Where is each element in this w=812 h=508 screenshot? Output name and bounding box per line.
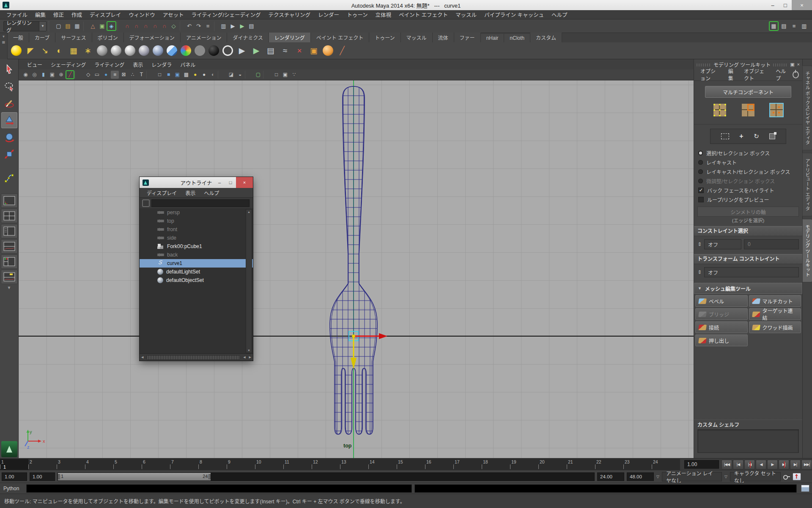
gate-mask[interactable]: ■ — [111, 71, 119, 79]
show-batch-render[interactable]: ▣ — [307, 44, 320, 57]
safe-title[interactable]: T — [137, 71, 145, 79]
range-track[interactable]: 1 24 — [58, 472, 595, 481]
timeline-frame[interactable]: 10 — [255, 459, 283, 470]
close-button[interactable]: × — [792, 0, 812, 10]
shelf-tab[interactable]: 一般 — [8, 33, 29, 42]
sidebar-modeling-toolkit-toggle[interactable]: ▦ — [769, 22, 778, 30]
drag-handle[interactable] — [773, 64, 787, 66]
shelf-tab[interactable]: nHair — [481, 34, 505, 42]
timeline-frame[interactable]: 3 — [57, 459, 85, 470]
instance-display[interactable]: ▣ — [281, 71, 289, 79]
shelf-tab[interactable]: ポリゴン — [92, 33, 124, 42]
timeline-frame[interactable]: 13 — [340, 459, 368, 470]
shaded-display[interactable]: ■ — [165, 71, 173, 79]
playback-start-field[interactable]: 1.00 — [30, 472, 55, 481]
command-language-label[interactable]: Python — [3, 486, 24, 491]
step-forward-frame-button[interactable]: ▶| — [779, 460, 789, 469]
minimize-button[interactable]: – — [766, 0, 779, 10]
sidebar-vertical-tab[interactable]: チャネル ボックス/レイヤ エディタ — [802, 66, 812, 150]
outliner-item[interactable]: Fork00:pCube1 — [140, 242, 253, 251]
snap-to-view-plane-button[interactable]: ∩ — [160, 22, 169, 30]
separator[interactable] — [146, 71, 155, 79]
transform-constraint-header[interactable]: トランスフォーム コンストレイント — [694, 254, 802, 264]
lasso-tool[interactable] — [1, 78, 17, 94]
paint-select-tool[interactable] — [1, 95, 17, 111]
scrollbar-thumb[interactable] — [147, 355, 240, 360]
snap-to-grid-button[interactable]: ∩ — [123, 22, 132, 30]
outliner-search-input[interactable] — [151, 199, 250, 207]
timeline-frame[interactable]: 7 — [170, 459, 198, 470]
play-backwards-button[interactable]: ◀ — [756, 460, 766, 469]
layout-persp-outliner-graph-button[interactable] — [1, 270, 18, 284]
anisotropic-material[interactable] — [153, 45, 163, 56]
shelf-tab[interactable]: nCloth — [504, 34, 530, 42]
use-all-lights[interactable]: ● — [191, 71, 199, 79]
input-connections-button[interactable]: ↶ — [185, 22, 194, 30]
timeline-frame[interactable]: 9 — [227, 459, 255, 470]
panel-menu-item[interactable]: ライティング — [90, 60, 129, 69]
phong-e-material[interactable] — [139, 45, 149, 56]
checkbox-icon[interactable] — [698, 197, 704, 202]
wireframe-on-shaded[interactable]: ▣ — [173, 71, 181, 79]
menu-item[interactable]: 立体視 — [372, 9, 395, 20]
default-lighting[interactable]: ● — [200, 71, 208, 79]
panel-menu-item[interactable]: ビュー — [23, 60, 47, 69]
separator[interactable] — [245, 71, 253, 79]
timeline-frame[interactable]: 23 — [623, 459, 652, 470]
menu-item[interactable]: 作成 — [68, 9, 86, 20]
outliner-close-button[interactable]: × — [236, 177, 253, 188]
paint-effects-brush[interactable]: ╱ — [336, 44, 348, 57]
toolkit-checkbox-option[interactable]: ループ/リングをプレビュー — [694, 195, 802, 204]
select-by-hierarchy-button[interactable]: △ — [88, 22, 97, 30]
lambert-material[interactable] — [97, 45, 107, 56]
outliner-item[interactable]: defaultLightSet — [140, 268, 253, 276]
select-camera[interactable]: ◉ — [22, 71, 30, 79]
timeline-frame[interactable]: 24 — [652, 459, 680, 470]
command-input[interactable] — [26, 484, 412, 493]
select-by-component-button[interactable]: ◈ — [107, 22, 116, 30]
timeline-frame[interactable]: 20 — [538, 459, 567, 470]
menu-item[interactable]: ディスプレイ — [86, 9, 125, 20]
textured-display[interactable]: ▩ — [182, 71, 190, 79]
bookmarks[interactable]: ▮ — [39, 71, 47, 79]
outliner-menu-item[interactable]: 表示 — [181, 188, 199, 197]
menu-item[interactable]: ヘルプ — [548, 9, 571, 20]
radio-icon[interactable] — [698, 160, 703, 165]
new-scene-button[interactable]: ▢ — [54, 22, 63, 30]
animation-layer-selector[interactable]: アニメーション レイヤなし — [662, 472, 722, 481]
ipr-render[interactable]: ▶ — [250, 44, 263, 57]
select-by-object-button[interactable]: ▣ — [98, 22, 107, 30]
panel-menu-item[interactable]: シェーディング — [47, 60, 90, 69]
wireframe-display[interactable]: □ — [156, 71, 164, 79]
separator[interactable] — [118, 21, 121, 31]
outliner-window[interactable]: アウトライナ – □ × ディスプレイ表示ヘルプ persp top — [140, 177, 253, 361]
scene-assembly[interactable]: □ — [272, 71, 280, 79]
camera-attributes[interactable]: ◎ — [30, 71, 38, 79]
timeline-frame[interactable]: 18 — [482, 459, 510, 470]
layout-hypershade-persp-button[interactable] — [1, 254, 18, 269]
checkbox-icon[interactable]: ✓ — [698, 188, 704, 193]
marquee-select-icon[interactable] — [721, 133, 729, 139]
isolate-select[interactable]: ◇ — [84, 71, 92, 79]
open-render-view-button[interactable]: ▥ — [219, 22, 228, 30]
vertex-mode-icon[interactable] — [713, 104, 726, 116]
shelf-tab[interactable]: ダイナミクス — [227, 33, 269, 42]
batch-render[interactable]: ≈ — [279, 44, 291, 57]
last-tool-curve[interactable] — [1, 170, 17, 186]
playback-range-bar[interactable]: 1 24 — [58, 473, 211, 480]
volume-light[interactable]: ∗ — [82, 44, 94, 57]
outliner-item[interactable]: back — [140, 251, 253, 259]
outliner-item[interactable]: defaultObjectSet — [140, 276, 253, 284]
go-to-end-button[interactable]: ▶▶| — [801, 460, 812, 469]
shelf-tab[interactable]: ペイント エフェクト — [311, 33, 369, 42]
output-connections-button[interactable]: ↷ — [194, 22, 203, 30]
shelf-tab[interactable]: カスタム — [530, 33, 562, 42]
radio-icon[interactable] — [698, 151, 703, 155]
animation-start-field[interactable]: 1.00 — [2, 472, 27, 481]
separator[interactable] — [83, 21, 87, 31]
menu-set-dropdown[interactable]: レンダリング ▼ — [3, 21, 47, 31]
scale-tool[interactable] — [1, 146, 17, 162]
separator[interactable] — [75, 71, 83, 79]
panel-menu-item[interactable]: 表示 — [129, 60, 147, 69]
timeline-frame[interactable]: 6 — [142, 459, 170, 470]
